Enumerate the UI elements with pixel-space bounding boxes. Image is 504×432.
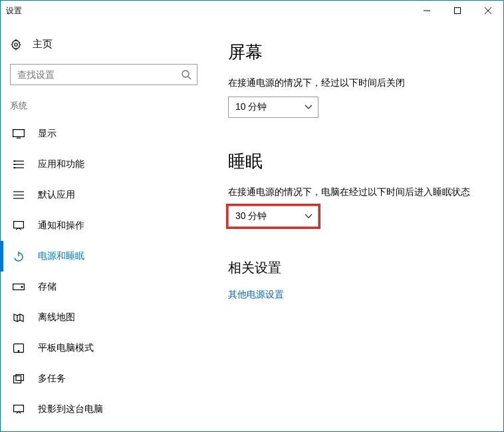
maximize-icon bbox=[454, 7, 461, 14]
tablet-icon bbox=[13, 343, 25, 353]
screen-desc: 在接通电源的情况下，经过以下时间后关闭 bbox=[228, 76, 481, 90]
projecting-icon bbox=[13, 405, 25, 414]
minimize-icon bbox=[424, 7, 430, 14]
svg-rect-29 bbox=[14, 405, 24, 412]
home-label: 主页 bbox=[33, 38, 53, 51]
sidebar-item-tablet-mode[interactable]: 平板电脑模式 bbox=[1, 333, 207, 363]
svg-rect-18 bbox=[14, 222, 24, 228]
sidebar-item-apps[interactable]: 应用和功能 bbox=[1, 149, 207, 180]
storage-icon bbox=[13, 284, 25, 290]
maximize-button[interactable] bbox=[442, 1, 473, 21]
sidebar-item-label: 默认应用 bbox=[38, 189, 75, 201]
default-apps-icon bbox=[13, 190, 25, 200]
map-icon bbox=[13, 313, 25, 322]
search-input[interactable] bbox=[10, 64, 197, 85]
sidebar-item-label: 存储 bbox=[38, 281, 57, 293]
svg-point-4 bbox=[15, 43, 18, 46]
sidebar-item-notifications[interactable]: 通知和操作 bbox=[1, 210, 207, 241]
sidebar-item-label: 多任务 bbox=[38, 373, 66, 385]
window-title: 设置 bbox=[6, 5, 412, 17]
svg-rect-7 bbox=[13, 130, 25, 137]
sidebar-item-storage[interactable]: 存储 bbox=[1, 272, 207, 302]
chevron-down-icon bbox=[305, 214, 313, 219]
power-icon bbox=[13, 251, 25, 262]
sidebar-item-default-apps[interactable]: 默认应用 bbox=[1, 180, 207, 210]
sidebar-item-offline-maps[interactable]: 离线地图 bbox=[1, 302, 207, 333]
sidebar-item-label: 离线地图 bbox=[38, 312, 75, 324]
svg-point-5 bbox=[182, 71, 189, 77]
notifications-icon bbox=[13, 221, 25, 230]
sidebar-item-label: 应用和功能 bbox=[38, 158, 84, 170]
sidebar-item-power-sleep[interactable]: 电源和睡眠 bbox=[1, 241, 207, 272]
apps-icon bbox=[13, 160, 25, 169]
sidebar-item-label: 电源和睡眠 bbox=[38, 250, 84, 262]
sidebar: 主页 系统 显示 bbox=[1, 21, 207, 431]
home-button[interactable]: 主页 bbox=[1, 33, 207, 56]
gear-icon bbox=[10, 39, 22, 51]
search-icon bbox=[181, 69, 191, 80]
svg-point-22 bbox=[21, 286, 23, 288]
sidebar-item-projecting[interactable]: 投影到这台电脑 bbox=[1, 394, 207, 425]
svg-point-12 bbox=[15, 161, 15, 162]
svg-point-13 bbox=[15, 164, 15, 165]
svg-rect-1 bbox=[455, 8, 461, 14]
section-label: 系统 bbox=[1, 96, 207, 118]
sleep-timeout-dropdown[interactable]: 30 分钟 bbox=[228, 206, 318, 227]
sidebar-item-label: 通知和操作 bbox=[38, 220, 84, 232]
display-icon bbox=[13, 129, 25, 138]
minimize-button[interactable] bbox=[412, 1, 442, 21]
content-pane: 屏幕 在接通电源的情况下，经过以下时间后关闭 10 分钟 睡眠 在接通电源的情况… bbox=[207, 21, 503, 431]
sidebar-item-display[interactable]: 显示 bbox=[1, 118, 207, 149]
dropdown-value: 30 分钟 bbox=[235, 210, 267, 222]
svg-rect-27 bbox=[14, 376, 21, 383]
sleep-desc: 在接通电源的情况下，电脑在经过以下时间后进入睡眠状态 bbox=[228, 185, 481, 199]
svg-rect-28 bbox=[16, 375, 23, 381]
other-power-settings-link[interactable]: 其他电源设置 bbox=[228, 289, 487, 301]
screen-timeout-dropdown[interactable]: 10 分钟 bbox=[228, 97, 318, 118]
titlebar: 设置 bbox=[1, 1, 503, 21]
screen-heading: 屏幕 bbox=[228, 41, 487, 64]
search-field[interactable] bbox=[16, 69, 176, 81]
nav-list: 显示 应用和功能 默认应用 bbox=[1, 118, 207, 431]
multitasking-icon bbox=[13, 374, 25, 383]
sidebar-item-multitasking[interactable]: 多任务 bbox=[1, 363, 207, 394]
svg-point-26 bbox=[18, 351, 19, 352]
sidebar-item-label: 投影到这台电脑 bbox=[38, 403, 103, 415]
dropdown-value: 10 分钟 bbox=[235, 101, 267, 113]
close-icon bbox=[485, 7, 491, 14]
related-heading: 相关设置 bbox=[228, 259, 487, 277]
svg-point-14 bbox=[15, 168, 15, 168]
chevron-down-icon bbox=[305, 105, 313, 110]
close-button[interactable] bbox=[473, 1, 503, 21]
sleep-heading: 睡眠 bbox=[228, 150, 487, 173]
sidebar-item-label: 平板电脑模式 bbox=[38, 342, 94, 354]
svg-line-6 bbox=[188, 77, 191, 79]
sidebar-item-label: 显示 bbox=[38, 128, 57, 140]
